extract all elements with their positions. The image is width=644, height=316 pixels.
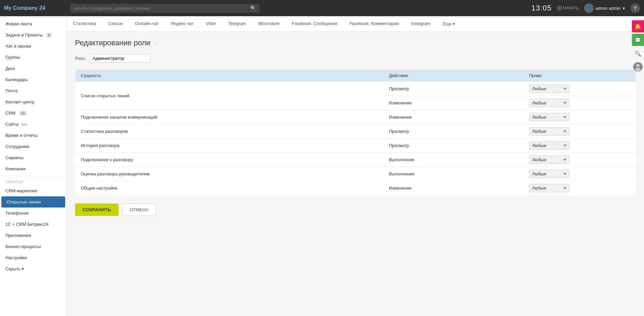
col-action: Действие xyxy=(383,70,524,82)
tab-list[interactable]: Список xyxy=(102,16,129,31)
topbar: My Company 24 🔍 13:05 НАЧАТЬ 👤 admin adm… xyxy=(0,0,644,16)
logo: My Company 24 xyxy=(4,5,65,11)
action-cell: Просмотр xyxy=(383,124,524,139)
sidebar-item-contact-center[interactable]: Контакт-центр xyxy=(0,96,67,107)
permission-select-2-0[interactable]: ЛюбыеСвоиНет xyxy=(529,127,570,136)
permission-select-0-1[interactable]: ЛюбыеСвоиНет xyxy=(529,99,570,107)
action-cell: Просмотр xyxy=(383,139,524,153)
action-cell: Просмотр xyxy=(383,82,524,96)
user-avatar-right[interactable] xyxy=(632,61,644,73)
table-row: Статистика разговоровПросмотрЛюбыеСвоиНе… xyxy=(75,124,636,139)
search-right-icon[interactable]: 🔍 xyxy=(632,47,644,59)
permission-select-1-0[interactable]: ЛюбыеСвоиНет xyxy=(529,113,570,121)
sidebar-item-crm[interactable]: CRM 15 xyxy=(0,107,67,119)
sidebar-item-chat[interactable]: Чат и звонки xyxy=(0,41,67,52)
sidebar-item-tasks[interactable]: Задачи и Проекты 6 xyxy=(0,29,67,41)
main-content: Статистика Список Онлайн-чат Яндекс чат … xyxy=(67,16,644,316)
role-input[interactable] xyxy=(90,54,150,63)
cancel-button[interactable]: ОТМЕНА xyxy=(122,203,156,216)
crm-badge: 15 xyxy=(19,111,27,116)
sidebar-item-employees[interactable]: Сотрудники xyxy=(0,141,67,152)
right-cell: ЛюбыеСвоиНет xyxy=(524,181,636,195)
entity-cell-6: Общие настройки xyxy=(75,181,383,195)
sidebar-divider xyxy=(0,176,67,176)
notification-bell-icon[interactable]: 🔔 xyxy=(632,20,644,32)
sidebar-item-telephony[interactable]: Телефония xyxy=(0,208,67,219)
col-right: Право xyxy=(524,70,636,82)
help-button[interactable]: ? xyxy=(630,3,640,13)
page-title-row: Редактирование роли ☆ xyxy=(75,39,636,47)
tab-online-chat[interactable]: Онлайн-чат xyxy=(129,16,165,31)
save-button[interactable]: СОХРАНИТЬ xyxy=(75,203,119,216)
tab-fb-comments[interactable]: Facebook: Комментарии xyxy=(343,16,405,31)
action-cell: Выполнение xyxy=(383,167,524,181)
tab-instagram[interactable]: Instagram xyxy=(405,16,437,31)
permission-select-5-0[interactable]: ЛюбыеСвоиНет xyxy=(529,170,570,178)
permission-select-3-0[interactable]: ЛюбыеСвоиНет xyxy=(529,141,570,150)
tab-statistics[interactable]: Статистика xyxy=(67,16,102,31)
entity-cell-3: История разговора xyxy=(75,139,383,153)
sidebar-item-calendar[interactable]: Календарь xyxy=(0,74,67,85)
table-header-row: Сущность Действие Право xyxy=(75,70,636,82)
table-row: Подключение каналов коммуникацийИзменени… xyxy=(75,110,636,124)
right-cell: ЛюбыеСвоиНет xyxy=(524,82,636,96)
search-input[interactable] xyxy=(70,4,259,13)
tab-more[interactable]: Еще ▾ xyxy=(437,17,461,31)
user-menu[interactable]: 👤 admin admin ▾ xyxy=(584,3,625,13)
right-cell: ЛюбыеСвоиНет xyxy=(524,167,636,181)
sidebar-item-1c-crm[interactable]: 1С + CRM Битрикс24 xyxy=(0,219,67,230)
tab-telegram[interactable]: Telegram xyxy=(222,16,252,31)
tab-bar: Статистика Список Онлайн-чат Яндекс чат … xyxy=(67,16,644,32)
right-cell: ЛюбыеСвоиНет xyxy=(524,139,636,153)
layout: Живая лента Задачи и Проекты 6 Чат и зво… xyxy=(0,16,644,316)
sidebar-item-groups[interactable]: Группы xyxy=(0,52,67,63)
live-chat-icon[interactable]: 💬 xyxy=(632,34,644,46)
table-row: Оценка разговора руководителемВыполнение… xyxy=(75,167,636,181)
hidden-section-label: СКРЫТЫЕ xyxy=(0,177,67,185)
sidebar-item-apps[interactable]: Приложения xyxy=(0,230,67,241)
tab-viber[interactable]: Viber xyxy=(200,16,222,31)
sidebar-item-disk[interactable]: Диск xyxy=(0,63,67,74)
favorite-star-icon[interactable]: ☆ xyxy=(153,39,158,47)
right-cell: ЛюбыеСвоиНет xyxy=(524,124,636,139)
sidebar-item-hide[interactable]: Скрыть ▾ xyxy=(0,263,67,274)
action-cell: Изменение xyxy=(383,110,524,124)
search-container: 🔍 xyxy=(70,4,259,13)
right-cell: ЛюбыеСвоиНет xyxy=(524,96,636,110)
entity-cell-0: Список открытых линий xyxy=(75,82,383,110)
sidebar-item-settings[interactable]: Настройки xyxy=(0,252,67,263)
sidebar: Живая лента Задачи и Проекты 6 Чат и зво… xyxy=(0,16,67,316)
sidebar-item-biz-processes[interactable]: Бизнес-процессы xyxy=(0,241,67,252)
sidebar-item-crm-marketing[interactable]: CRM-маркетинг xyxy=(0,185,67,196)
tab-vk[interactable]: ВКонтакте xyxy=(252,16,286,31)
right-icons: 🔔 💬 🔍 xyxy=(632,20,644,73)
permission-select-6-0[interactable]: ЛюбыеСвоиНет xyxy=(529,184,570,192)
sites-beta-badge: beta xyxy=(21,123,27,126)
permission-select-4-0[interactable]: ЛюбыеСвоиНет xyxy=(529,155,570,164)
svg-marker-1 xyxy=(559,7,561,9)
tab-fb-messages[interactable]: Facebook: Сообщения xyxy=(286,16,343,31)
right-cell: ЛюбыеСвоиНет xyxy=(524,110,636,124)
table-row: История разговораПросмотрЛюбыеСвоиНет xyxy=(75,139,636,153)
sidebar-item-services[interactable]: Сервисы xyxy=(0,152,67,163)
btn-row: СОХРАНИТЬ ОТМЕНА xyxy=(75,203,636,216)
tab-yandex-chat[interactable]: Яндекс чат xyxy=(165,16,200,31)
entity-cell-1: Подключение каналов коммуникаций xyxy=(75,110,383,124)
start-button[interactable]: НАЧАТЬ xyxy=(557,6,579,10)
sidebar-item-mail[interactable]: Почта xyxy=(0,85,67,96)
play-icon xyxy=(557,6,562,10)
table-row: Подключение к разговоруВыполнениеЛюбыеСв… xyxy=(75,153,636,167)
page-title: Редактирование роли xyxy=(75,39,150,47)
page-area: Редактирование роли ☆ Роль: Сущность Дей… xyxy=(67,32,644,316)
svg-point-4 xyxy=(635,68,641,71)
sidebar-item-sites[interactable]: Сайты beta xyxy=(0,119,67,130)
sidebar-item-open-lines[interactable]: Открытые линии xyxy=(1,196,65,208)
right-cell: ЛюбыеСвоиНет xyxy=(524,153,636,167)
sidebar-item-time-reports[interactable]: Время и отчеты xyxy=(0,130,67,141)
sidebar-item-live-feed[interactable]: Живая лента xyxy=(0,18,67,29)
permission-select-0-0[interactable]: ЛюбыеСвоиНет xyxy=(529,84,570,93)
sidebar-item-company[interactable]: Компания xyxy=(0,163,67,174)
entity-cell-4: Подключение к разговору xyxy=(75,153,383,167)
action-cell: Выполнение xyxy=(383,153,524,167)
role-label: Роль: xyxy=(75,56,86,61)
